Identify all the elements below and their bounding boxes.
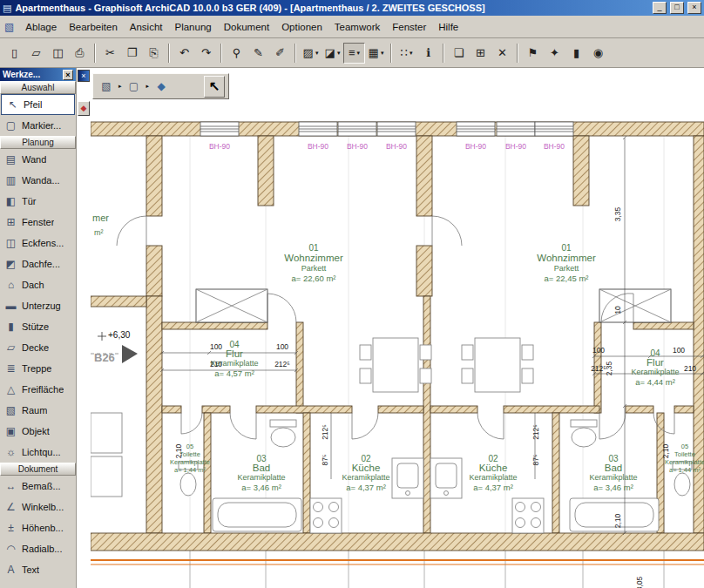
zone-wohnzimmer-1[interactable]: 01 Wohnzimmer Parkett a= 22,60 m²: [284, 243, 343, 283]
tool-objekt[interactable]: ▣Objekt: [0, 421, 76, 442]
dimension-options-dropdown[interactable]: ≡▾: [343, 43, 365, 64]
tool-tuer[interactable]: ◧Tür: [0, 191, 76, 212]
tool-wand[interactable]: ▤Wand: [0, 149, 76, 170]
svg-text:100: 100: [673, 346, 685, 355]
tool-label: Wanda...: [22, 175, 60, 186]
elevation-marker[interactable]: +6,30: [98, 330, 131, 341]
palette-strip: × ◆: [77, 68, 91, 588]
svg-text:a= 22,45 m²: a= 22,45 m²: [545, 274, 589, 283]
toolbox-close-icon[interactable]: ×: [63, 70, 73, 80]
inject-parameters-button[interactable]: ✐: [269, 43, 291, 64]
section-auswahl[interactable]: Auswahl: [0, 81, 76, 94]
tool-raum[interactable]: ▧Raum: [0, 400, 76, 421]
element-information-button[interactable]: ℹ: [417, 43, 439, 64]
tool-text[interactable]: AText: [0, 559, 76, 580]
delete-button[interactable]: ✕: [491, 43, 513, 64]
title-bar[interactable]: ▤ Apartmenthaus - Graphisoft ArchiCAD 10…: [0, 0, 704, 16]
tool-bemassung[interactable]: ↔Bemaß...: [0, 476, 76, 497]
tool-markierung[interactable]: ▢Markier...: [0, 115, 76, 136]
section-planung[interactable]: Planung: [0, 136, 76, 149]
tool-dach[interactable]: ⌂Dach: [0, 274, 76, 295]
tool-dachfenster[interactable]: ◩Dachfe...: [0, 253, 76, 274]
zone-kueche-2[interactable]: 02 Küche Keramikplatte a= 4,37 m²: [469, 454, 517, 492]
cut-button[interactable]: ✂: [99, 43, 121, 64]
bucket-method-icon[interactable]: ◆: [152, 77, 171, 96]
window-icon: ⊞: [4, 216, 17, 228]
svg-text:01: 01: [308, 243, 319, 253]
chevron-down-icon: ▾: [337, 50, 341, 57]
zoom-button[interactable]: ⚲: [226, 43, 247, 64]
schedule-button[interactable]: ⊞: [470, 43, 491, 64]
pen-options-dropdown[interactable]: ◪▾: [322, 43, 343, 64]
tool-winkelbemassung[interactable]: ∠Winkelb...: [0, 497, 76, 517]
menu-fenster[interactable]: Fenster: [386, 19, 432, 35]
grid-options-dropdown[interactable]: ▦▾: [365, 43, 387, 64]
menu-ansicht[interactable]: Ansicht: [124, 19, 169, 35]
section-marker[interactable]: B26: [94, 345, 138, 364]
palette-close-icon[interactable]: ×: [78, 70, 90, 82]
zone-kueche-1[interactable]: 02 Küche Keramikplatte a= 4,37 m²: [342, 454, 389, 492]
zone-bad-2[interactable]: 03 Bad Keramikplatte a= 3,46 m²: [589, 454, 637, 492]
menu-ablage[interactable]: Ablage: [19, 19, 63, 35]
tool-treppe[interactable]: ≣Treppe: [0, 358, 76, 379]
redo-button[interactable]: ↷: [195, 43, 217, 64]
svg-text:a= 1,44 m²: a= 1,44 m²: [174, 466, 206, 474]
svg-text:Küche: Küche: [479, 463, 508, 473]
collapsed-palette-icon[interactable]: ◆: [78, 101, 90, 116]
svg-text:Flur: Flur: [226, 348, 243, 359]
archicad-window: ▤ Apartmenthaus - Graphisoft ArchiCAD 10…: [0, 0, 704, 588]
menu-bearbeiten[interactable]: Bearbeiten: [63, 19, 124, 35]
maximize-button[interactable]: □: [670, 2, 684, 14]
menu-dokument[interactable]: Dokument: [218, 19, 275, 35]
tool-decke[interactable]: ▱Decke: [0, 337, 76, 358]
column-toolbar-button[interactable]: ▮: [565, 43, 587, 64]
drawing-canvas[interactable]: ▧ ▸ ▢ ▸ ◆ ↖: [91, 68, 704, 588]
tool-fenster[interactable]: ⊞Fenster: [0, 212, 76, 233]
menu-teamwork[interactable]: Teamwork: [328, 19, 386, 35]
snap-grid-dropdown[interactable]: ∷▾: [396, 43, 417, 64]
wall-options-dropdown[interactable]: ▨▾: [300, 43, 322, 64]
toolbox-header[interactable]: Werkze... ×: [0, 68, 76, 81]
save-button[interactable]: ◫: [47, 43, 69, 64]
tool-radialbemassung[interactable]: ◠Radialb...: [0, 538, 76, 559]
floor-plan[interactable]: BH-90 BH-90 BH-90 BH-90 BH-90 BH-90 BH-9…: [91, 68, 704, 588]
menu-optionen[interactable]: Optionen: [275, 19, 328, 35]
tool-eckfenster[interactable]: ◫Eckfens...: [0, 233, 76, 253]
target-button[interactable]: ◉: [587, 43, 609, 64]
open-button[interactable]: ▱: [25, 43, 47, 64]
roof-icon: ⌂: [4, 279, 17, 291]
toolbox-palette: Werkze... × Auswahl ↖Pfeil ▢Markier... P…: [0, 68, 77, 588]
tool-hoehenbemassung[interactable]: ±Höhenb...: [0, 517, 76, 538]
close-button[interactable]: ×: [687, 2, 701, 14]
section-dokument[interactable]: Dokument: [0, 463, 76, 476]
tool-freiflaeche[interactable]: △Freifläche: [0, 379, 76, 400]
clipped-room-name: mer: [92, 213, 109, 223]
svg-text:2,10: 2,10: [613, 513, 622, 528]
menu-hilfe[interactable]: Hilfe: [432, 19, 464, 35]
arrow-tool-button[interactable]: ↖: [204, 76, 225, 98]
svg-text:a= 4,44 m²: a= 4,44 m²: [635, 377, 675, 387]
paste-button[interactable]: ⎘: [143, 43, 165, 64]
tool-unterzug[interactable]: ▬Unterzug: [0, 295, 76, 316]
publish-button[interactable]: ⚑: [522, 43, 544, 64]
zone-bad-1[interactable]: 03 Bad Keramikplatte a= 3,46 m²: [237, 454, 285, 492]
menu-planung[interactable]: Planung: [169, 19, 218, 35]
minimize-button[interactable]: _: [653, 2, 667, 14]
tool-stuetze[interactable]: ▮Stütze: [0, 316, 76, 337]
tool-wandabschluss[interactable]: ▥Wanda...: [0, 170, 76, 191]
tool-pfeil[interactable]: ↖Pfeil: [1, 94, 75, 115]
document-icon[interactable]: ▧: [4, 21, 14, 33]
pick-up-parameters-button[interactable]: ✎: [247, 43, 269, 64]
copy-button[interactable]: ❐: [121, 43, 143, 64]
undo-button[interactable]: ↶: [173, 43, 195, 64]
zone-wohnzimmer-2[interactable]: 01 Wohnzimmer Parkett a= 22,45 m²: [537, 243, 596, 283]
marquee-method-icon[interactable]: ▧: [97, 77, 116, 96]
markup-button[interactable]: ✦: [544, 43, 565, 64]
svg-text:Keramikplatte: Keramikplatte: [631, 368, 679, 376]
print-button[interactable]: ⎙: [69, 43, 91, 64]
tool-lichtquelle[interactable]: ☼Lichtqu...: [0, 442, 76, 463]
new-document-button[interactable]: ▯: [3, 43, 25, 64]
polygon-method-icon[interactable]: ▢: [125, 77, 144, 96]
layers-button[interactable]: ❏: [448, 43, 470, 64]
app-icon: ▤: [3, 3, 11, 13]
